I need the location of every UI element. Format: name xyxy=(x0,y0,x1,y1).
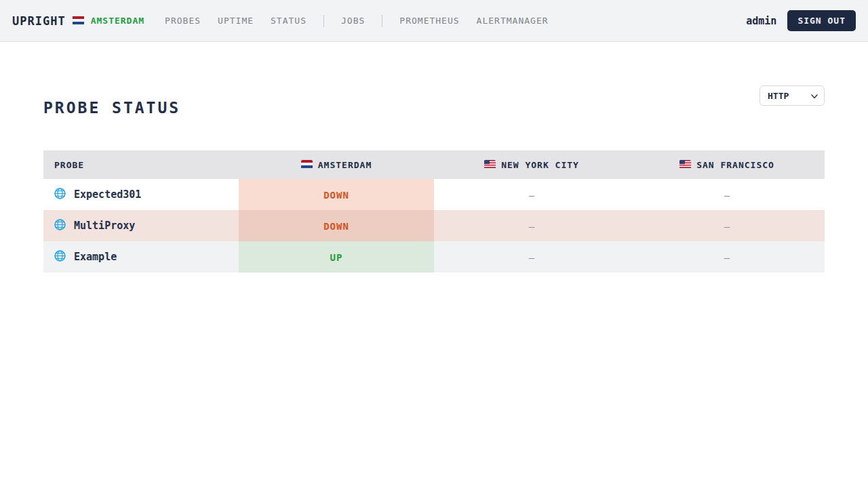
status-cell-new-york-city: – xyxy=(434,241,629,272)
globe-icon xyxy=(54,188,66,202)
no-data-dash: – xyxy=(529,221,534,232)
current-user-label: admin xyxy=(746,15,776,27)
nav-item-alertmanager[interactable]: ALERTMANAGER xyxy=(477,16,549,26)
no-data-dash: – xyxy=(724,221,730,232)
status-cell-san-francisco: – xyxy=(629,179,825,210)
sign-out-button[interactable]: SIGN OUT xyxy=(787,10,856,31)
status-cell-san-francisco: – xyxy=(629,210,825,241)
column-header-san-francisco: SAN FRANCISCO xyxy=(629,150,825,179)
probe-type-select[interactable]: HTTP xyxy=(760,85,825,106)
status-cell-new-york-city: – xyxy=(434,210,629,241)
probe-name-cell[interactable]: Example xyxy=(43,241,239,272)
status-badge: UP xyxy=(330,252,343,263)
us-flag-icon xyxy=(484,160,496,170)
table-header: PROBE AMSTERDAM xyxy=(43,150,825,179)
status-badge: DOWN xyxy=(323,221,349,232)
page-title: PROBE STATUS xyxy=(43,99,180,117)
nl-flag-icon xyxy=(73,14,84,27)
globe-icon xyxy=(54,250,66,264)
nav-item-prometheus[interactable]: PROMETHEUS xyxy=(399,16,459,26)
probe-name-cell[interactable]: MultiProxy xyxy=(43,210,239,241)
nav-item-uptime[interactable]: UPTIME xyxy=(218,16,254,26)
column-header-new-york-city: NEW YORK CITY xyxy=(434,150,629,179)
nav-divider xyxy=(382,15,382,27)
status-cell-new-york-city: – xyxy=(434,179,629,210)
page-header: PROBE STATUS HTTP xyxy=(43,85,825,117)
column-header-probe: PROBE xyxy=(43,150,239,179)
probe-name-cell[interactable]: Expected301 xyxy=(43,179,239,210)
brand-group[interactable]: UPRIGHT AMSTERDAM xyxy=(12,14,144,28)
globe-icon xyxy=(54,219,66,233)
probe-status-table: PROBE AMSTERDAM xyxy=(43,150,825,272)
table-row-multiproxy[interactable]: MultiProxy DOWN – – xyxy=(43,210,825,241)
status-cell-amsterdam: UP xyxy=(239,241,434,272)
chevron-down-icon xyxy=(811,91,818,101)
probe-name: Example xyxy=(74,251,117,263)
nl-flag-icon xyxy=(301,160,313,170)
brand-logo[interactable]: UPRIGHT xyxy=(12,14,66,28)
nav-divider xyxy=(323,15,324,27)
brand-region-label: AMSTERDAM xyxy=(91,16,144,26)
no-data-dash: – xyxy=(529,190,534,201)
status-cell-amsterdam: DOWN xyxy=(239,210,434,241)
status-badge: DOWN xyxy=(323,190,349,201)
nav-links: PROBES UPTIME STATUS JOBS PROMETHEUS ALE… xyxy=(165,15,548,27)
table-row-example[interactable]: Example UP – – xyxy=(43,241,825,272)
no-data-dash: – xyxy=(529,252,534,263)
probe-name: MultiProxy xyxy=(74,220,135,232)
no-data-dash: – xyxy=(724,252,730,263)
table-row-expected301[interactable]: Expected301 DOWN – – xyxy=(43,179,825,210)
column-header-amsterdam: AMSTERDAM xyxy=(239,150,434,179)
status-cell-amsterdam: DOWN xyxy=(239,179,434,210)
main-content: PROBE STATUS HTTP PROBE xyxy=(0,85,868,272)
table-header-row: PROBE AMSTERDAM xyxy=(43,150,825,179)
us-flag-icon xyxy=(679,160,691,170)
status-cell-san-francisco: – xyxy=(629,241,825,272)
probe-type-select-value: HTTP xyxy=(768,91,789,101)
nav-item-jobs[interactable]: JOBS xyxy=(341,16,365,26)
top-navbar: UPRIGHT AMSTERDAM PROBES UPTIME STATUS J… xyxy=(0,0,868,42)
nav-item-status[interactable]: STATUS xyxy=(271,16,307,26)
probe-name: Expected301 xyxy=(74,188,141,201)
nav-item-probes[interactable]: PROBES xyxy=(165,16,201,26)
no-data-dash: – xyxy=(724,190,730,201)
nav-right: admin SIGN OUT xyxy=(746,10,856,31)
